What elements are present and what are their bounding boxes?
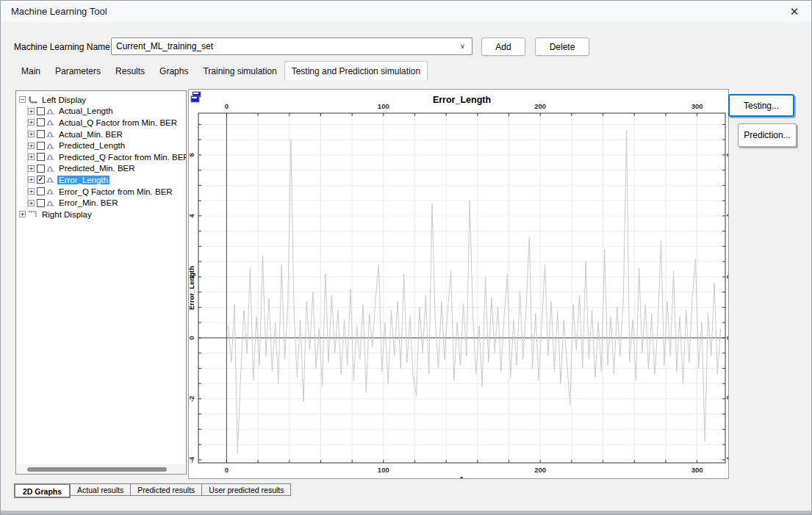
visibility-checkbox[interactable] [37, 165, 45, 173]
collapse-icon[interactable]: − [19, 96, 26, 103]
curve-icon [46, 107, 55, 115]
visibility-checkbox[interactable]: ✓ [37, 176, 45, 184]
tree-item-label[interactable]: Predicted_Min. BER [57, 164, 137, 173]
axes-left-holder [28, 96, 38, 104]
curve-icon-holder [46, 107, 55, 115]
visibility-checkbox[interactable] [37, 142, 45, 150]
svg-text:Error_Length: Error_Length [433, 95, 491, 105]
ml-name-combobox[interactable]: Current_ML_training_set ∨ [111, 37, 473, 55]
curve-icon-holder [46, 142, 55, 150]
tree-item-label[interactable]: Predicted_Length [57, 141, 126, 150]
tree-item-label[interactable]: Actual_Length [57, 107, 115, 115]
expand-icon[interactable]: + [28, 131, 35, 137]
tree-item-actual-length[interactable]: +Actual_Length [28, 106, 186, 118]
curve-icon-holder [46, 130, 55, 138]
tree-item-label[interactable]: Error_Min. BER [57, 198, 120, 207]
curve-icon-holder [46, 176, 55, 184]
tab-results[interactable]: Results [108, 62, 152, 81]
svg-text:6: 6 [725, 153, 728, 156]
visibility-checkbox[interactable] [37, 187, 45, 195]
bottom-tab-user-predicted-results[interactable]: User predicted results [201, 483, 291, 496]
tab-strip: MainParametersResultsGraphsTraining simu… [14, 62, 428, 81]
error-length-plot-area[interactable]: 00100100200200300300-4-4-2-200224466Erro… [189, 90, 728, 478]
curve-icon [46, 130, 55, 138]
curve-icon-holder [46, 153, 55, 161]
tree-item-label[interactable]: Error_Q Factor from Min. BER [57, 187, 174, 196]
ml-name-label: Machine Learning Name: [14, 42, 112, 52]
tree-scrollbar-thumb[interactable] [27, 467, 167, 472]
tab-testing-and-prediction-simulation[interactable]: Testing and Prediction simulation [284, 61, 428, 81]
tab-parameters[interactable]: Parameters [48, 62, 108, 81]
window-title: Machine Learning Tool [11, 6, 107, 17]
curve-icon [46, 118, 55, 126]
chart-panel: 00100100200200300300-4-4-2-200224466Erro… [188, 89, 729, 479]
tree-children: +Actual_Length+Actual_Q Factor from Min.… [27, 106, 186, 209]
curve-icon [46, 199, 55, 207]
tree-horizontal-scrollbar[interactable] [17, 464, 185, 474]
tree-item-error-q-factor-from-min-ber[interactable]: +Error_Q Factor from Min. BER [28, 186, 186, 198]
tree-item-error-length[interactable]: +✓Error_Length [28, 174, 186, 186]
tree-item-predicted-q-factor-from-min-ber[interactable]: +Predicted_Q Factor from Min. BER [28, 151, 186, 163]
svg-text:-4: -4 [189, 456, 195, 463]
visibility-checkbox[interactable] [37, 118, 45, 126]
expand-icon[interactable]: + [28, 143, 35, 149]
expand-icon[interactable]: + [28, 200, 35, 206]
svg-text:-2: -2 [725, 396, 728, 402]
expand-icon[interactable]: + [28, 165, 35, 172]
tree-item-label[interactable]: Error_Length [57, 176, 109, 184]
visibility-checkbox[interactable] [37, 107, 45, 115]
tree-root-left-display[interactable]: −Left Display [19, 94, 186, 106]
tree-item-predicted-min-ber[interactable]: +Predicted_Min. BER [28, 163, 186, 175]
chevron-down-icon: ∨ [460, 42, 465, 50]
svg-text:2: 2 [725, 275, 728, 278]
close-icon[interactable]: ✕ [777, 1, 811, 23]
tab-training-simulation[interactable]: Training simulation [195, 62, 284, 81]
tree-root-label[interactable]: Left Display [40, 96, 87, 104]
expand-icon[interactable]: + [19, 211, 26, 217]
expand-icon[interactable]: + [28, 154, 35, 160]
tree-item-actual-q-factor-from-min-ber[interactable]: +Actual_Q Factor from Min. BER [28, 117, 186, 129]
tree-item-predicted-length[interactable]: +Predicted_Length [28, 140, 186, 151]
title-bar: Machine Learning Tool ✕ [1, 1, 811, 23]
axes-right-icon [28, 210, 38, 218]
curve-icon [46, 165, 55, 173]
svg-text:100: 100 [378, 102, 389, 110]
svg-text:0: 0 [189, 336, 195, 339]
machine-learning-tool-window: Machine Learning Tool ✕ Machine Learning… [0, 0, 812, 515]
svg-text:0: 0 [225, 102, 229, 110]
visibility-checkbox[interactable] [37, 130, 45, 138]
tree-item-actual-min-ber[interactable]: +Actual_Min. BER [28, 129, 186, 140]
visibility-checkbox[interactable] [37, 199, 45, 207]
svg-text:4: 4 [189, 214, 195, 218]
add-button[interactable]: Add [481, 37, 525, 56]
bottom-tab-predicted-results[interactable]: Predicted results [130, 483, 202, 496]
svg-text:100: 100 [378, 466, 389, 474]
bottom-tab-actual-results[interactable]: Actual results [70, 483, 131, 496]
expand-icon[interactable]: + [28, 176, 35, 183]
expand-icon[interactable]: + [28, 119, 35, 126]
svg-text:-4: -4 [725, 456, 728, 463]
tree-root-label[interactable]: Right Display [40, 210, 93, 219]
tab-main[interactable]: Main [14, 62, 48, 81]
svg-text:1: 1 [460, 476, 464, 478]
svg-text:-2: -2 [189, 396, 195, 402]
expand-icon[interactable]: + [28, 188, 35, 195]
curve-icon [46, 153, 55, 161]
curve-icon-holder [46, 187, 55, 195]
curve-icon [46, 142, 55, 150]
svg-text:0: 0 [225, 466, 229, 474]
visibility-checkbox[interactable] [37, 153, 45, 161]
tab-graphs[interactable]: Graphs [152, 62, 195, 81]
tree-item-label[interactable]: Predicted_Q Factor from Min. BER [57, 153, 187, 162]
prediction-button[interactable]: Prediction... [738, 123, 797, 147]
expand-icon[interactable]: + [28, 108, 35, 115]
display-tree-panel: −Left Display+Actual_Length+Actual_Q Fac… [15, 90, 187, 475]
testing-button[interactable]: Testing... [728, 94, 794, 117]
tree-item-error-min-ber[interactable]: +Error_Min. BER [28, 197, 186, 209]
tree-item-label[interactable]: Actual_Min. BER [57, 130, 124, 139]
delete-button[interactable]: Delete [535, 37, 589, 56]
tree-root-right-display[interactable]: +Right Display [19, 209, 186, 220]
svg-text:200: 200 [534, 466, 546, 474]
bottom-tab-2d-graphs[interactable]: 2D Graphs [14, 483, 71, 498]
tree-item-label[interactable]: Actual_Q Factor from Min. BER [57, 118, 179, 127]
